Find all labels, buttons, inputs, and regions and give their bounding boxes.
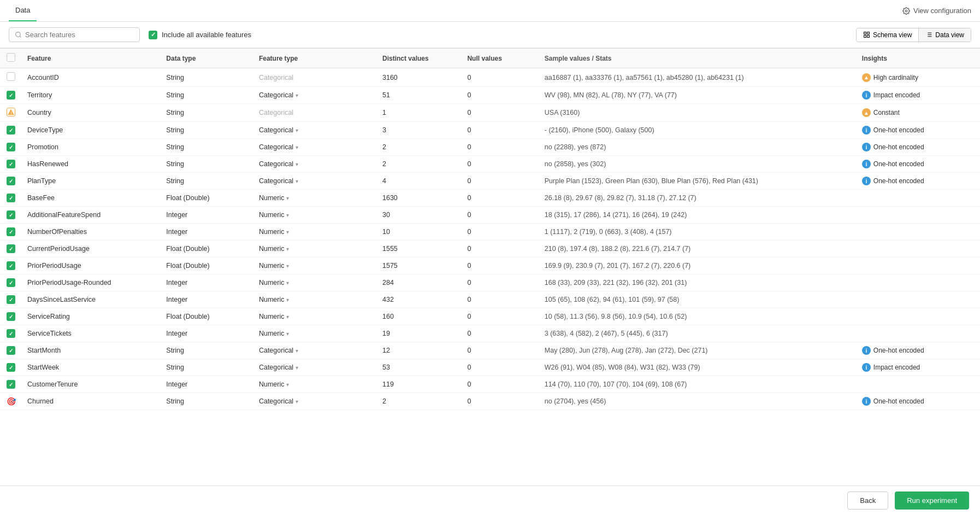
feature-type-text: Categorical xyxy=(259,160,293,168)
cell-distinct: 1630 xyxy=(377,190,462,207)
row-checkbox[interactable] xyxy=(7,143,15,151)
info-insight-icon: i xyxy=(862,160,871,168)
cell-datatype: String xyxy=(161,173,253,190)
cell-null: 0 xyxy=(462,122,539,139)
header-checkbox[interactable] xyxy=(7,53,15,62)
row-checkbox[interactable] xyxy=(7,126,15,134)
cell-distinct: 119 xyxy=(377,376,462,393)
table-row: StartMonth String Categorical ▾ 12 0 May… xyxy=(0,342,980,359)
cell-datatype: String xyxy=(161,68,253,87)
include-all-checkbox-label[interactable]: Include all available features xyxy=(149,31,251,39)
cell-feature: DeviceType xyxy=(22,122,161,139)
row-checkbox[interactable] xyxy=(7,346,15,355)
dropdown-arrow[interactable]: ▾ xyxy=(296,348,298,354)
cell-check xyxy=(0,325,22,342)
table-row: StartWeek String Categorical ▾ 53 0 W26 … xyxy=(0,359,980,376)
cell-distinct: 12 xyxy=(377,342,462,359)
row-checkbox[interactable] xyxy=(7,244,15,253)
cell-feature: NumberOfPenalties xyxy=(22,224,161,241)
view-config-label: View configuration xyxy=(913,7,971,15)
table-row: ServiceTickets Integer Numeric ▾ 19 0 3 … xyxy=(0,325,980,342)
cell-null: 0 xyxy=(462,258,539,274)
search-icon xyxy=(15,31,22,38)
cell-null: 0 xyxy=(462,156,539,173)
header-feature: Feature xyxy=(22,49,161,68)
cell-featuretype: Categorical ▾ xyxy=(253,87,377,104)
cell-distinct: 2 xyxy=(377,393,462,410)
row-checkbox[interactable] xyxy=(7,210,15,219)
dropdown-arrow[interactable]: ▾ xyxy=(286,280,289,286)
dropdown-arrow[interactable]: ▾ xyxy=(286,246,289,252)
table-row: HasRenewed String Categorical ▾ 2 0 no (… xyxy=(0,156,980,173)
cell-insights xyxy=(857,224,980,241)
warn-insight-icon: ▲ xyxy=(862,73,871,82)
svg-point-0 xyxy=(905,10,907,12)
view-toggle: Schema view Data view xyxy=(856,28,971,42)
row-checkbox[interactable] xyxy=(7,177,15,185)
row-checkbox[interactable] xyxy=(7,278,15,287)
cell-check: 🎯 xyxy=(0,393,22,410)
row-checkbox[interactable] xyxy=(7,194,15,202)
row-checkbox[interactable] xyxy=(7,227,15,236)
dropdown-arrow[interactable]: ▾ xyxy=(286,263,289,269)
cell-insights xyxy=(857,190,980,207)
cell-sample: no (2288), yes (872) xyxy=(539,139,857,156)
cell-feature: DaysSinceLastService xyxy=(22,291,161,308)
view-configuration-button[interactable]: View configuration xyxy=(902,7,971,15)
dropdown-arrow[interactable]: ▾ xyxy=(296,144,298,150)
row-checkbox[interactable]: ! xyxy=(7,108,15,116)
cell-featuretype: Categorical ▾ xyxy=(253,139,377,156)
table-row: PriorPeriodUsage-Rounded Integer Numeric… xyxy=(0,274,980,291)
dropdown-arrow[interactable]: ▾ xyxy=(296,399,298,405)
schema-view-button[interactable]: Schema view xyxy=(857,28,918,42)
top-nav: Data View configuration xyxy=(0,0,980,22)
cell-insights xyxy=(857,241,980,258)
row-checkbox[interactable] xyxy=(7,91,15,100)
dropdown-arrow[interactable]: ▾ xyxy=(286,314,289,320)
row-checkbox[interactable] xyxy=(7,312,15,321)
dropdown-arrow[interactable]: ▾ xyxy=(286,382,289,388)
cell-insights xyxy=(857,258,980,274)
dropdown-arrow[interactable]: ▾ xyxy=(286,331,289,337)
cell-check xyxy=(0,359,22,376)
cell-sample: 169.9 (9), 230.9 (7), 201 (7), 167.2 (7)… xyxy=(539,258,857,274)
dropdown-arrow[interactable]: ▾ xyxy=(296,178,298,184)
cell-null: 0 xyxy=(462,139,539,156)
dropdown-arrow[interactable]: ▾ xyxy=(286,195,289,201)
cell-featuretype: Categorical ▾ xyxy=(253,393,377,410)
dropdown-arrow[interactable]: ▾ xyxy=(286,297,289,303)
data-view-button[interactable]: Data view xyxy=(918,28,971,42)
row-checkbox[interactable] xyxy=(7,261,15,270)
cell-datatype: String xyxy=(161,122,253,139)
cell-insights: i One-hot encoded xyxy=(857,139,980,156)
include-all-checkbox[interactable] xyxy=(149,31,157,39)
insight-label: One-hot encoded xyxy=(873,143,924,151)
search-box[interactable] xyxy=(9,27,140,42)
dropdown-arrow[interactable]: ▾ xyxy=(296,161,298,167)
cell-datatype: Integer xyxy=(161,325,253,342)
row-checkbox[interactable] xyxy=(7,380,15,389)
row-checkbox[interactable] xyxy=(7,329,15,338)
dropdown-arrow[interactable]: ▾ xyxy=(296,127,298,133)
row-checkbox[interactable] xyxy=(7,295,15,304)
dropdown-arrow[interactable]: ▾ xyxy=(296,365,298,371)
search-input[interactable] xyxy=(25,31,134,39)
cell-distinct: 53 xyxy=(377,359,462,376)
dropdown-arrow[interactable]: ▾ xyxy=(286,229,289,235)
features-table: Feature Data type Feature type Distinct … xyxy=(0,48,980,410)
cell-featuretype: Numeric ▾ xyxy=(253,308,377,325)
cell-featuretype: Numeric ▾ xyxy=(253,376,377,393)
row-checkbox[interactable] xyxy=(7,363,15,372)
cell-sample: 18 (315), 17 (286), 14 (271), 16 (264), … xyxy=(539,207,857,224)
row-checkbox[interactable] xyxy=(7,72,15,81)
dropdown-arrow[interactable]: ▾ xyxy=(296,92,298,98)
dropdown-arrow[interactable]: ▾ xyxy=(286,212,289,218)
insight-label: One-hot encoded xyxy=(873,347,924,354)
table-header-row: Feature Data type Feature type Distinct … xyxy=(0,49,980,68)
row-checkbox[interactable] xyxy=(7,160,15,168)
cell-check xyxy=(0,87,22,104)
toolbar: Include all available features Schema vi… xyxy=(0,22,980,48)
tab-data[interactable]: Data xyxy=(9,0,37,21)
cell-featuretype: Numeric ▾ xyxy=(253,258,377,274)
cell-null: 0 xyxy=(462,207,539,224)
